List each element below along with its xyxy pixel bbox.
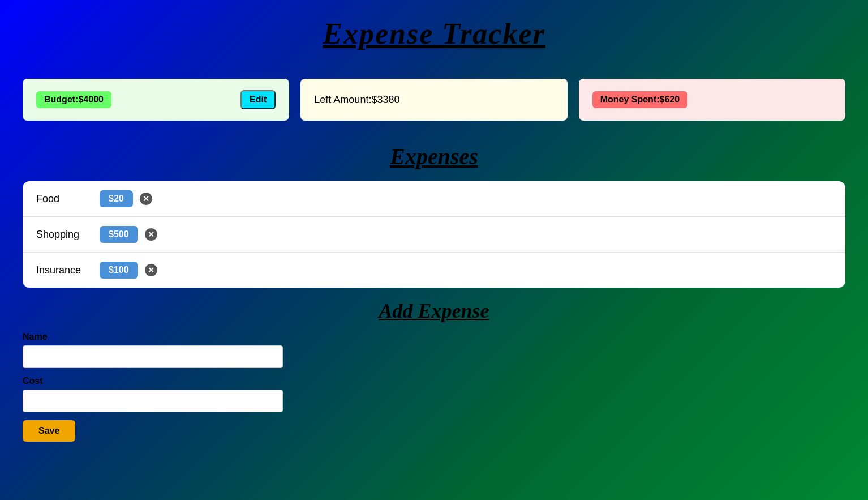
delete-expense-button[interactable]: ✕: [145, 228, 157, 241]
expense-amount-badge: $20: [100, 190, 133, 207]
expense-name: Food: [36, 193, 93, 205]
expense-amount-badge: $100: [100, 262, 138, 279]
left-amount-text: Left Amount:$3380: [314, 94, 399, 106]
table-row: Insurance$100✕: [23, 253, 845, 288]
save-button[interactable]: Save: [23, 420, 75, 442]
budget-badge: Budget:$4000: [36, 91, 111, 108]
table-row: Shopping$500✕: [23, 217, 845, 253]
page-title: Expense Tracker: [0, 0, 868, 62]
money-spent-badge: Money Spent:$620: [592, 91, 687, 108]
name-input[interactable]: [23, 345, 283, 368]
cost-input[interactable]: [23, 390, 283, 412]
delete-expense-button[interactable]: ✕: [145, 264, 157, 276]
table-row: Food$20✕: [23, 181, 845, 217]
expense-name: Shopping: [36, 229, 93, 241]
name-label: Name: [23, 332, 845, 342]
delete-expense-button[interactable]: ✕: [140, 193, 152, 205]
money-spent-card: Money Spent:$620: [579, 79, 845, 121]
expense-name: Insurance: [36, 264, 93, 276]
summary-row: Budget:$4000 Edit Left Amount:$3380 Mone…: [23, 73, 845, 126]
add-expense-section: Add Expense Name Cost Save: [23, 299, 845, 442]
expenses-list: Food$20✕Shopping$500✕Insurance$100✕: [23, 181, 845, 288]
edit-budget-button[interactable]: Edit: [240, 90, 276, 109]
add-expense-title: Add Expense: [23, 299, 845, 323]
cost-label: Cost: [23, 376, 845, 386]
expense-amount-badge: $500: [100, 226, 138, 243]
left-amount-card: Left Amount:$3380: [300, 79, 567, 121]
expenses-section-title: Expenses: [0, 143, 868, 170]
budget-card: Budget:$4000 Edit: [23, 79, 289, 121]
